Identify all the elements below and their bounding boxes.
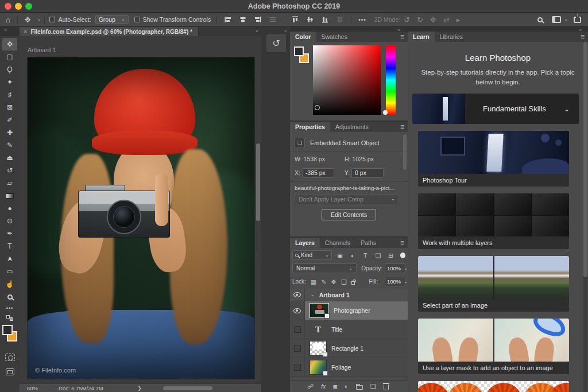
home-icon[interactable]: ⌂ <box>6 15 10 24</box>
canvas-photo[interactable]: © FileInfo.com <box>28 57 254 379</box>
search-icon[interactable] <box>537 17 543 22</box>
align-top-edges-icon[interactable] <box>291 15 299 24</box>
blend-mode-dropdown[interactable]: Normal ⌄ <box>292 263 357 273</box>
filter-toggle[interactable] <box>400 253 405 258</box>
chevron-down-icon[interactable]: ⌄ <box>564 105 570 113</box>
blur-tool[interactable]: ● <box>2 202 17 215</box>
quick-mask-icon[interactable] <box>5 354 15 361</box>
tab-swatches[interactable]: Swatches <box>316 32 353 42</box>
layer-mask-icon[interactable]: ◙ <box>333 383 337 390</box>
visibility-checkbox[interactable] <box>294 345 301 352</box>
lasso-tool[interactable]: Ϙ <box>2 63 17 76</box>
move-tool-icon[interactable]: ✥ <box>25 15 31 24</box>
tab-channels[interactable]: Channels <box>320 238 355 248</box>
close-window-button[interactable] <box>5 3 11 10</box>
visibility-cell[interactable] <box>290 301 305 320</box>
layer-name[interactable]: Rectangle 1 <box>331 345 363 352</box>
tool-preset-chevron-icon[interactable]: ⌄ <box>37 17 41 22</box>
crop-tool[interactable]: ♯ <box>2 88 17 101</box>
visibility-cell[interactable] <box>290 289 305 301</box>
auto-select-checkbox[interactable] <box>49 17 55 22</box>
fill-field[interactable]: 100% ⌄ <box>385 277 405 286</box>
layer-thumbnail[interactable] <box>310 303 329 318</box>
eyedropper-tool[interactable]: ✐ <box>2 114 17 126</box>
frame-tool[interactable]: ⊠ <box>2 101 17 114</box>
workspace-chevron-icon[interactable]: ⌄ <box>564 17 568 22</box>
visibility-checkbox[interactable] <box>294 326 301 333</box>
visibility-cell[interactable] <box>290 358 305 377</box>
lock-position-icon[interactable]: ✥ <box>331 278 336 285</box>
toolbar-collapse-chevrons[interactable]: » <box>0 27 20 36</box>
layer-name[interactable]: Title <box>331 326 342 333</box>
lock-all-icon[interactable] <box>351 281 355 285</box>
layer-name[interactable]: Foliage <box>331 364 351 371</box>
tutorial-card-photoshop-tour[interactable]: Photoshop Tour <box>418 131 569 187</box>
lock-artboard-icon[interactable]: ❑ <box>341 278 347 285</box>
fundamental-skills-card[interactable]: Fundamental Skills ⌄ <box>412 94 579 124</box>
tab-adjustments[interactable]: Adjustments <box>330 122 374 132</box>
align-vertical-centers-icon[interactable] <box>306 15 314 24</box>
type-layer-thumbnail[interactable]: T <box>310 322 327 337</box>
panel-menu-icon[interactable]: ≡ <box>400 123 404 131</box>
filter-kind-dropdown[interactable]: Kind ⌄ <box>292 250 332 260</box>
new-layer-icon[interactable]: ❏ <box>370 383 376 390</box>
brush-tool[interactable]: ✎ <box>2 139 17 152</box>
panel-menu-icon[interactable]: ≡ <box>400 33 404 41</box>
color-field-selector[interactable] <box>315 105 320 110</box>
layer-row-photographer[interactable]: Photographer <box>290 301 408 320</box>
edit-toolbar-icon[interactable]: ••• <box>6 305 13 311</box>
zoom-tool[interactable] <box>2 290 17 303</box>
default-colors-icon[interactable] <box>6 315 13 321</box>
tutorial-card-multiple-layers[interactable]: Work with multiple layers <box>418 193 569 249</box>
tutorial-card-select-part[interactable]: Select part of an image <box>418 256 569 312</box>
history-panel-icon[interactable]: ↺ <box>266 34 286 52</box>
tutorial-card-layer-mask[interactable]: Use a layer mask to add an object to an … <box>418 319 569 374</box>
layer-name[interactable]: Photographer <box>334 307 370 314</box>
move-tool[interactable]: ✥ <box>2 38 17 51</box>
document-tab[interactable]: × FileInfo.com Example.psd @ 60% (Photog… <box>20 27 199 36</box>
tab-libraries[interactable]: Libraries <box>435 32 468 42</box>
visibility-checkbox[interactable] <box>294 364 301 371</box>
adjustment-layer-icon[interactable]: ◐ <box>345 383 349 390</box>
pen-tool[interactable]: ✒ <box>2 227 17 240</box>
lock-transparency-icon[interactable]: ▦ <box>311 278 316 285</box>
layer-name[interactable]: Artboard 1 <box>319 292 350 298</box>
status-options-chevron-icon[interactable]: ❯ <box>138 386 142 391</box>
show-transform-checkbox[interactable] <box>134 17 140 22</box>
zoom-level-field[interactable]: 60% <box>27 385 38 391</box>
align-bottom-edges-icon[interactable] <box>321 15 329 24</box>
layer-row-rectangle[interactable]: Rectangle 1 <box>290 339 408 358</box>
filter-pixel-layers-icon[interactable]: ▣ <box>335 252 345 259</box>
spot-healing-tool[interactable]: ✚ <box>2 126 17 139</box>
align-right-edges-icon[interactable] <box>254 15 262 24</box>
layer-row-foliage[interactable]: Foliage <box>290 358 408 377</box>
tabbar-collapse-chevrons[interactable]: « <box>256 28 258 36</box>
delete-layer-icon[interactable] <box>384 385 389 390</box>
tutorial-card-partial[interactable] <box>418 381 569 392</box>
layer-style-icon[interactable]: fx <box>321 383 326 390</box>
filter-adjustment-layers-icon[interactable]: ◐ <box>348 252 357 259</box>
filter-shape-layers-icon[interactable]: ❑ <box>373 252 382 259</box>
tab-learn[interactable]: Learn <box>408 32 435 42</box>
dock-collapse-chevrons[interactable]: « <box>284 28 287 34</box>
y-position-field[interactable]: 0 px <box>351 168 384 178</box>
tab-color[interactable]: Color <box>290 32 316 42</box>
saturation-brightness-field[interactable] <box>313 45 381 115</box>
eye-icon[interactable] <box>293 308 301 313</box>
filter-smart-objects-icon[interactable]: ⊞ <box>386 252 395 259</box>
x-position-field[interactable]: -385 px <box>302 168 334 178</box>
filter-type-layers-icon[interactable]: T <box>361 252 370 259</box>
close-tab-icon[interactable]: × <box>24 28 27 35</box>
lock-pixels-icon[interactable]: ✎ <box>321 278 327 285</box>
hand-tool[interactable]: ☝ <box>2 278 17 290</box>
learn-scrollbar-track[interactable] <box>583 42 587 392</box>
minimize-window-button[interactable] <box>15 3 22 10</box>
hue-slider[interactable] <box>386 45 396 115</box>
layer-row-artboard[interactable]: ⌄ Artboard 1 <box>290 289 408 301</box>
history-brush-tool[interactable]: ↺ <box>2 164 17 177</box>
opacity-field[interactable]: 100% ⌄ <box>385 263 405 273</box>
layer-row-title[interactable]: T Title <box>290 320 408 339</box>
magic-wand-tool[interactable]: ✦ <box>2 76 17 88</box>
learn-scrollbar-thumb[interactable] <box>583 42 587 277</box>
hue-slider-handle[interactable] <box>383 110 388 115</box>
